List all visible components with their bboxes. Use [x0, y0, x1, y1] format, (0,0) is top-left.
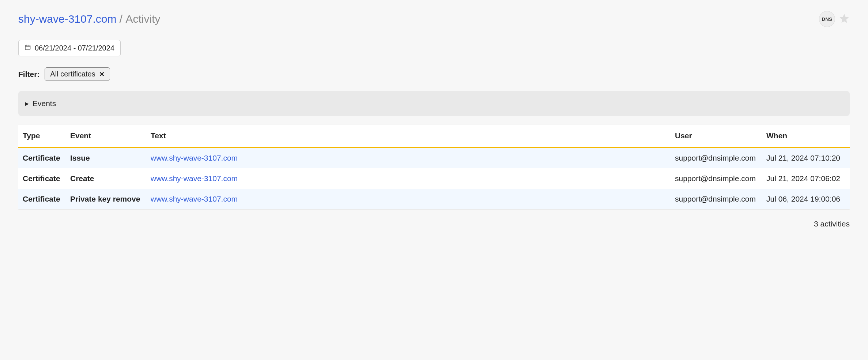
breadcrumb-domain-link[interactable]: shy-wave-3107.com — [18, 13, 116, 25]
table-row: CertificateIssuewww.shy-wave-3107.comsup… — [18, 147, 850, 169]
filter-chip-all-certificates[interactable]: All certificates ✕ — [45, 67, 110, 81]
cell-text: www.shy-wave-3107.com — [146, 189, 671, 209]
events-accordion[interactable]: ▶ Events — [18, 91, 850, 116]
activity-count-summary: 3 activities — [18, 220, 850, 228]
certificate-link[interactable]: www.shy-wave-3107.com — [151, 195, 238, 203]
cell-user: support@dnsimple.com — [671, 189, 762, 209]
cell-type: Certificate — [18, 189, 66, 209]
cell-event: Create — [66, 168, 146, 189]
cell-type: Certificate — [18, 168, 66, 189]
cell-text: www.shy-wave-3107.com — [146, 147, 671, 169]
filter-label: Filter: — [18, 70, 39, 79]
cell-text: www.shy-wave-3107.com — [146, 168, 671, 189]
date-range-picker[interactable]: 06/21/2024 - 07/21/2024 — [18, 40, 121, 56]
close-icon[interactable]: ✕ — [99, 70, 105, 78]
col-header-text: Text — [146, 125, 671, 147]
col-header-when: When — [762, 125, 850, 147]
cell-when: Jul 21, 2024 07:06:02 — [762, 168, 850, 189]
col-header-user: User — [671, 125, 762, 147]
table-row: CertificatePrivate key removewww.shy-wav… — [18, 189, 850, 209]
cell-user: support@dnsimple.com — [671, 147, 762, 169]
calendar-icon — [24, 44, 31, 52]
svg-rect-0 — [25, 45, 30, 50]
chevron-right-icon: ▶ — [25, 101, 29, 106]
cell-type: Certificate — [18, 147, 66, 169]
breadcrumb-current: Activity — [125, 13, 160, 25]
cell-event: Issue — [66, 147, 146, 169]
filter-chip-text: All certificates — [50, 70, 95, 78]
cell-when: Jul 21, 2024 07:10:20 — [762, 147, 850, 169]
breadcrumb: shy-wave-3107.com / Activity — [18, 13, 161, 25]
table-row: CertificateCreatewww.shy-wave-3107.comsu… — [18, 168, 850, 189]
col-header-type: Type — [18, 125, 66, 147]
dns-badge[interactable]: DNS — [819, 11, 835, 27]
certificate-link[interactable]: www.shy-wave-3107.com — [151, 154, 238, 162]
activity-table: Type Event Text User When CertificateIss… — [18, 125, 850, 209]
cell-event: Private key remove — [66, 189, 146, 209]
breadcrumb-separator: / — [120, 13, 122, 25]
cell-when: Jul 06, 2024 19:00:06 — [762, 189, 850, 209]
col-header-event: Event — [66, 125, 146, 147]
certificate-link[interactable]: www.shy-wave-3107.com — [151, 174, 238, 183]
date-range-text: 06/21/2024 - 07/21/2024 — [35, 44, 114, 52]
cell-user: support@dnsimple.com — [671, 168, 762, 189]
events-accordion-label: Events — [33, 99, 56, 108]
star-icon[interactable] — [839, 13, 850, 26]
